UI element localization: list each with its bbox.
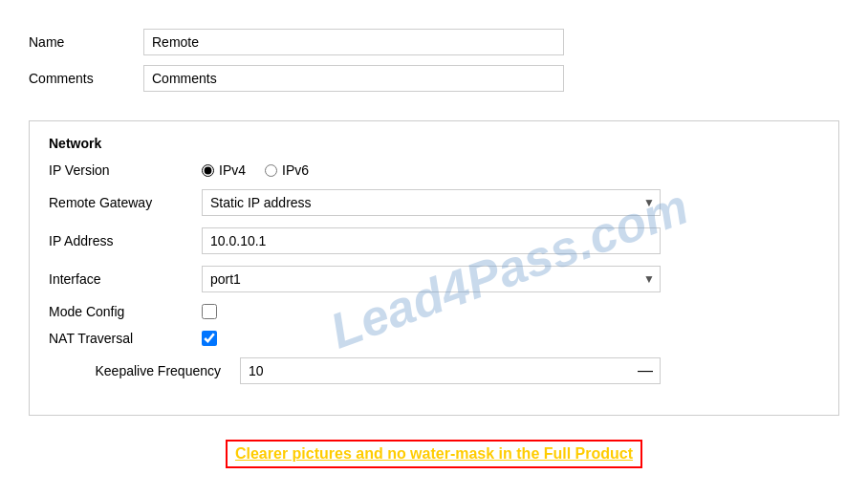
ipv6-option[interactable]: IPv6 <box>265 162 309 178</box>
interface-select-wrapper: port1 port2 ▼ <box>202 266 661 292</box>
nat-traversal-label: NAT Traversal <box>49 331 202 346</box>
ip-version-row: IP Version IPv4 IPv6 <box>49 162 819 178</box>
ip-version-radio-group: IPv4 IPv6 <box>202 162 309 178</box>
nat-traversal-row: NAT Traversal <box>49 331 819 346</box>
comments-input[interactable] <box>143 65 564 92</box>
keepalive-row: Keepalive Frequency — <box>49 357 819 384</box>
remote-gateway-row: Remote Gateway Static IP address Dynamic… <box>49 189 819 216</box>
mode-config-label: Mode Config <box>49 304 202 319</box>
ip-version-label: IP Version <box>49 162 202 178</box>
keepalive-input-wrapper: — <box>240 357 661 384</box>
ipv6-label: IPv6 <box>282 162 309 178</box>
ipv4-radio[interactable] <box>202 164 214 177</box>
network-section: Lead4Pass.com Network IP Version IPv4 IP… <box>29 120 839 416</box>
mode-config-row: Mode Config <box>49 304 819 319</box>
nat-traversal-checkbox[interactable] <box>202 331 217 346</box>
comments-label: Comments <box>29 71 143 86</box>
interface-select[interactable]: port1 port2 <box>202 266 661 292</box>
mode-config-checkbox[interactable] <box>202 304 217 319</box>
remote-gateway-label: Remote Gateway <box>49 195 202 210</box>
remote-gateway-select[interactable]: Static IP address Dynamic DNS Dialup <box>202 189 661 216</box>
remote-gateway-select-wrapper: Static IP address Dynamic DNS Dialup ▼ <box>202 189 661 216</box>
ipv4-label: IPv4 <box>219 162 246 178</box>
nat-traversal-checkbox-wrapper <box>202 331 217 346</box>
keepalive-input[interactable] <box>240 357 661 384</box>
top-section: Name Comments <box>29 19 839 116</box>
ip-address-input[interactable] <box>202 227 661 254</box>
ipv6-radio[interactable] <box>265 164 277 177</box>
interface-label: Interface <box>49 271 202 287</box>
footer-container: Clearer pictures and no water-mask in th… <box>29 425 839 468</box>
name-row: Name <box>29 29 839 55</box>
keepalive-label: Keepalive Frequency <box>49 363 240 378</box>
comments-row: Comments <box>29 65 839 92</box>
ip-address-label: IP Address <box>49 233 202 248</box>
name-input[interactable] <box>143 29 564 55</box>
footer-link[interactable]: Clearer pictures and no water-mask in th… <box>226 440 642 468</box>
ip-address-row: IP Address <box>49 227 819 254</box>
interface-row: Interface port1 port2 ▼ <box>49 266 819 292</box>
mode-config-checkbox-wrapper <box>202 304 217 319</box>
name-label: Name <box>29 34 143 50</box>
network-title: Network <box>49 136 819 151</box>
ipv4-option[interactable]: IPv4 <box>202 162 246 178</box>
